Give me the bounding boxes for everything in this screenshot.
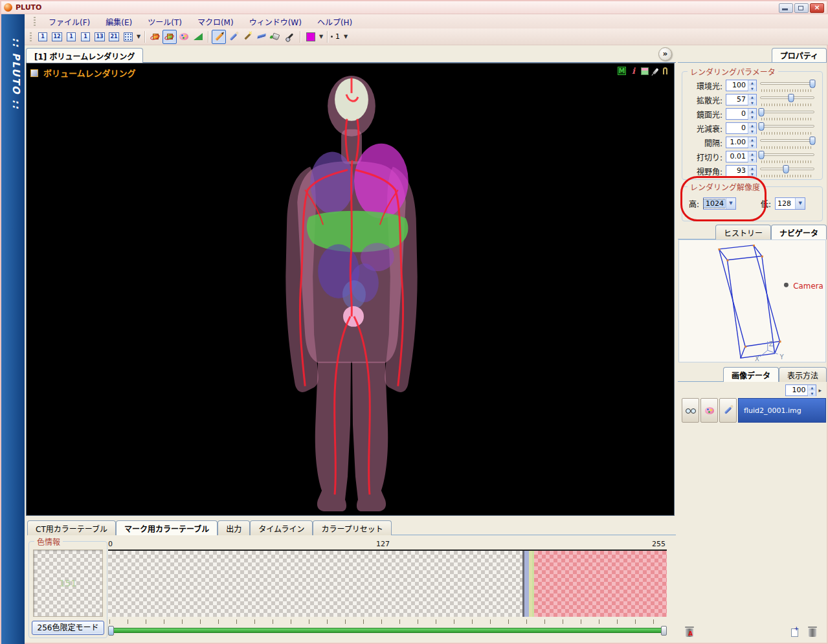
tab-display-method[interactable]: 表示方法: [779, 367, 827, 382]
interval-slider[interactable]: [760, 136, 814, 149]
new-item-button[interactable]: [791, 628, 798, 639]
delete-all-marks-button[interactable]: A: [686, 628, 693, 639]
ambient-spinbox[interactable]: 100▲▼: [726, 80, 757, 91]
menu-file[interactable]: ファイル(F): [42, 15, 96, 28]
high-res-combo[interactable]: 1024▼: [703, 197, 736, 210]
specular-slider[interactable]: [760, 107, 814, 120]
layout-21-icon: 21: [109, 32, 118, 41]
navigator-view[interactable]: Camera Z X Y: [678, 239, 826, 362]
layout-21-button[interactable]: 21: [107, 30, 121, 44]
menu-tools[interactable]: ツール(T): [141, 15, 188, 28]
info-icon[interactable]: i: [632, 66, 635, 76]
restore-button[interactable]: [794, 3, 809, 13]
tab-image-data[interactable]: 画像データ: [723, 367, 779, 382]
fill-bucket-button[interactable]: [269, 30, 283, 44]
tab-output[interactable]: 出力: [218, 520, 250, 535]
brush-size-arrow[interactable]: ▼: [342, 34, 349, 39]
spin-down-icon: ▼: [748, 86, 756, 92]
spin-down-icon: ▼: [748, 157, 756, 163]
visibility-toggle-button[interactable]: [682, 398, 699, 423]
rendering-parameters-group: レンダリングパラメータ 環境光: 100▲▼ 拡散光: 57▲▼ 鏡面光: 0▲…: [682, 71, 823, 180]
tab-history[interactable]: ヒストリー: [715, 225, 771, 239]
draw-color-button[interactable]: [304, 30, 318, 44]
delete-button[interactable]: [809, 628, 816, 639]
paperclip-icon[interactable]: [663, 67, 667, 74]
tab-properties[interactable]: プロパティ: [772, 48, 827, 62]
attenuation-spinbox[interactable]: 0▲▼: [726, 122, 757, 134]
measure-button[interactable]: [191, 30, 205, 44]
scale-mid-label: 127: [376, 540, 390, 548]
axis-x-label: X: [755, 355, 759, 362]
layout-single-button[interactable]: 1: [36, 30, 50, 44]
paint-button[interactable]: [719, 398, 737, 423]
color-palette-button[interactable]: [177, 30, 191, 44]
title-bar[interactable]: PLUTO ×: [1, 1, 827, 14]
interval-spinbox[interactable]: 1.00▲▼: [726, 137, 757, 148]
volume-rendering-canvas[interactable]: [27, 63, 675, 515]
low-res-combo[interactable]: 128▼: [775, 197, 805, 210]
layout-grid3-button[interactable]: [121, 30, 135, 44]
tab-navigator[interactable]: ナビゲータ: [771, 225, 827, 239]
magic-wand-button[interactable]: [240, 30, 254, 44]
range-slider-bar[interactable]: [110, 628, 665, 633]
range-slider[interactable]: [108, 626, 667, 636]
diffuse-spinbox[interactable]: 57▲▼: [726, 94, 757, 105]
specular-spinbox[interactable]: 0▲▼: [726, 108, 757, 120]
fov-slider[interactable]: [760, 164, 814, 177]
layout-main-left-button[interactable]: 1: [64, 30, 78, 44]
group-label: 色情報: [34, 536, 63, 547]
eraser-button[interactable]: [254, 30, 269, 44]
transition-stripes[interactable]: [522, 551, 534, 617]
cutoff-slider[interactable]: [760, 150, 814, 163]
toolbar-overflow-arrow[interactable]: ▼: [135, 34, 142, 39]
colortable-button[interactable]: [700, 398, 718, 423]
combo-arrow-icon: ▼: [726, 198, 735, 209]
color-dropdown-arrow[interactable]: ▼: [318, 34, 324, 39]
render-viewport[interactable]: ボリュームレンダリング M i: [26, 63, 675, 516]
restore-icon: [798, 6, 803, 10]
pink-range[interactable]: [534, 551, 667, 617]
tab-timeline[interactable]: タイムライン: [250, 520, 313, 535]
cutoff-spinbox[interactable]: 0.01▲▼: [726, 151, 757, 162]
tab-volume-rendering[interactable]: [1] ボリュームレンダリング: [26, 48, 143, 63]
eyedropper-button[interactable]: [283, 30, 297, 44]
range-handle-left[interactable]: [108, 626, 114, 636]
attenuation-slider[interactable]: [760, 122, 814, 135]
mark-mode-icon[interactable]: M: [618, 67, 626, 75]
menu-macro[interactable]: マクロ(M): [191, 15, 240, 28]
toolbar-gripper[interactable]: [30, 32, 32, 41]
menu-help[interactable]: ヘルプ(H): [311, 15, 359, 28]
swatch-value: 151: [60, 578, 77, 588]
lung-magenta: [354, 144, 408, 219]
view-3d-button[interactable]: [148, 30, 162, 44]
fov-spinbox[interactable]: 93▲▼: [726, 165, 757, 177]
camera-marker[interactable]: [784, 283, 789, 287]
tab-ct-colortable[interactable]: CT用カラーテーブル: [27, 520, 116, 535]
diffuse-slider[interactable]: [760, 93, 814, 106]
color-gradient-editor[interactable]: 0 127 255: [108, 540, 667, 638]
close-button[interactable]: ×: [810, 3, 824, 13]
limit-256-color-button[interactable]: 256色限定モード: [32, 621, 104, 635]
tab-overflow-button[interactable]: »: [658, 47, 672, 61]
tab-color-preset[interactable]: カラープリセット: [313, 520, 391, 535]
layout-split-button[interactable]: 12: [50, 30, 64, 44]
range-handle-right[interactable]: [661, 626, 667, 636]
layout-main-top-button[interactable]: 1: [78, 30, 93, 44]
tab-mark-colortable[interactable]: マーク用カラーテーブル: [116, 520, 218, 535]
menubar-gripper[interactable]: [34, 17, 36, 26]
menu-edit[interactable]: 編集(E): [99, 15, 139, 28]
menu-window[interactable]: ウィンドウ(W): [243, 15, 308, 28]
ambient-slider[interactable]: [760, 79, 814, 92]
expand-arrow-icon[interactable]: ▸: [818, 387, 822, 394]
transparent-range[interactable]: [108, 551, 522, 617]
note-icon[interactable]: [641, 67, 649, 75]
opacity-spinbox[interactable]: 100▲▼: [785, 384, 816, 396]
pin-icon[interactable]: [653, 67, 658, 74]
view-volume-button[interactable]: [162, 30, 177, 44]
color-preview-swatch[interactable]: 151: [33, 550, 103, 617]
pencil-tool-button[interactable]: [212, 30, 226, 44]
brush-tool-button[interactable]: [226, 30, 240, 44]
layout-grid2-button[interactable]: 13: [93, 30, 107, 44]
image-file-item[interactable]: fluid2_0001.img: [738, 398, 826, 423]
minimize-button[interactable]: [779, 3, 793, 13]
